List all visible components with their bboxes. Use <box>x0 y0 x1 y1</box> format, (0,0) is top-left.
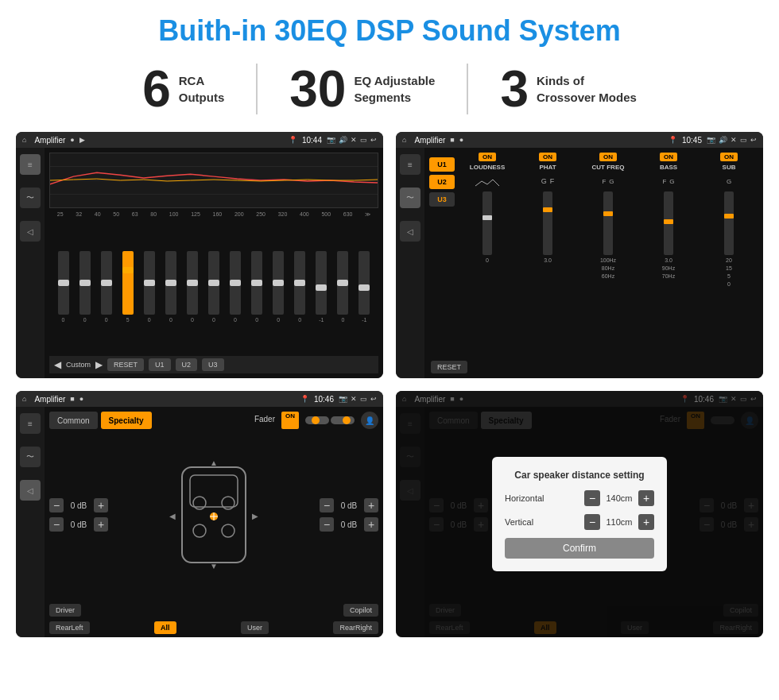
page-title: Buith-in 30EQ DSP Sound System <box>0 0 779 56</box>
crossover-sidebar-wave[interactable]: 〜 <box>400 188 421 208</box>
eq-u2-btn[interactable]: U2 <box>176 358 198 371</box>
eq-slider-10[interactable]: 0 <box>251 251 262 323</box>
horizontal-control: − 140cm + <box>584 490 654 506</box>
loudness-label: LOUDNESS <box>470 164 505 171</box>
crossover-reset-btn[interactable]: RESET <box>431 361 467 373</box>
bass-slider[interactable] <box>664 191 673 255</box>
eq-main-panel: 2532405063 80100125160200 25032040050063… <box>45 148 383 378</box>
fader-dot2: ● <box>79 395 83 403</box>
fader-bottom-buttons-2: RearLeft All User RearRight <box>45 620 383 637</box>
vertical-plus-btn[interactable]: + <box>638 514 654 530</box>
u2-preset-btn[interactable]: U2 <box>429 175 455 189</box>
user-btn[interactable]: User <box>241 621 269 634</box>
vol-plus-2[interactable]: + <box>94 517 108 532</box>
horizontal-minus-btn[interactable]: − <box>584 490 600 506</box>
fader-status-bar: ⌂ Amplifier ■ ● 📍 10:46 📷✕▭↩ <box>16 391 383 407</box>
eq-slider-12[interactable]: 0 <box>294 251 305 323</box>
fader-screen-card: ⌂ Amplifier ■ ● 📍 10:46 📷✕▭↩ ≡ 〜 ◁ Commo… <box>16 391 383 637</box>
crossover-home-icon[interactable]: ⌂ <box>402 136 406 144</box>
copilot-btn[interactable]: Copilot <box>343 604 378 617</box>
stat-rca: 6 RCAOutputs <box>110 64 258 114</box>
horizontal-plus-btn[interactable]: + <box>638 490 654 506</box>
common-tab[interactable]: Common <box>49 412 98 429</box>
loudness-slider[interactable] <box>483 191 492 255</box>
eq-slider-14[interactable]: 0 <box>337 251 348 323</box>
eq-slider-15[interactable]: -1 <box>358 251 370 323</box>
eq-slider-4[interactable]: 5 <box>122 251 134 323</box>
fader-bottom-buttons: Driver Copilot <box>45 601 383 620</box>
all-btn[interactable]: All <box>154 621 176 634</box>
eq-slider-7[interactable]: 0 <box>187 251 198 323</box>
phat-slider[interactable] <box>543 191 552 255</box>
eq-slider-1[interactable]: 0 <box>58 251 69 323</box>
fader-time: 10:46 <box>314 395 334 404</box>
crossover-sidebar-eq[interactable]: ≡ <box>400 154 421 175</box>
confirm-btn[interactable]: Confirm <box>505 538 654 559</box>
eq-u3-btn[interactable]: U3 <box>202 358 224 371</box>
eq-slider-11[interactable]: 0 <box>273 251 284 323</box>
vol-minus-1[interactable]: − <box>49 498 64 512</box>
u3-preset-btn[interactable]: U3 <box>429 192 455 207</box>
rearright-btn[interactable]: RearRight <box>333 621 378 634</box>
specialty-tab[interactable]: Specialty <box>101 412 152 429</box>
distance-screen-card: ⌂ Amplifier ■ ● 📍 10:46 📷✕▭↩ ≡ 〜 ◁ Commo… <box>396 391 763 637</box>
stats-row: 6 RCAOutputs 30 EQ AdjustableSegments 3 … <box>0 56 779 126</box>
fader-left-sidebar: ≡ 〜 ◁ <box>16 407 45 637</box>
crossover-status-bar: ⌂ Amplifier ■ ● 📍 10:45 📷🔊✕▭↩ <box>396 132 763 148</box>
fader-sidebar-vol[interactable]: ◁ <box>20 480 41 501</box>
eq-prev-btn[interactable]: ◀ <box>54 359 61 370</box>
eq-content: ≡ 〜 ◁ <box>16 148 383 378</box>
stat-text-rca: RCAOutputs <box>179 72 225 106</box>
cutfreq-slider[interactable] <box>603 191 613 255</box>
driver-btn[interactable]: Driver <box>49 604 81 617</box>
stat-text-crossover: Kinds ofCrossover Modes <box>537 72 637 106</box>
eq-reset-btn[interactable]: RESET <box>107 358 144 371</box>
fader-sidebar-wave[interactable]: 〜 <box>20 447 41 467</box>
eq-next-btn[interactable]: ▶ <box>95 359 103 370</box>
fader-label: Fader <box>251 412 278 429</box>
ctrl-bass: ON BASS F G 3.0 90Hz 70Hz <box>639 153 698 373</box>
eq-slider-8[interactable]: 0 <box>208 251 219 323</box>
crossover-sidebar-vol[interactable]: ◁ <box>400 221 421 242</box>
stat-crossover: 3 Kinds ofCrossover Modes <box>468 64 668 114</box>
fader-on-badge: ON <box>281 412 299 429</box>
fader-sidebar-eq[interactable]: ≡ <box>20 413 41 434</box>
vol-plus-1[interactable]: + <box>94 498 108 512</box>
home-icon[interactable]: ⌂ <box>22 136 26 144</box>
fader-body: − 0 dB + − 0 dB + <box>45 429 383 601</box>
eq-u1-btn[interactable]: U1 <box>149 358 171 371</box>
settings-icon[interactable]: 👤 <box>361 412 378 429</box>
eq-slider-6[interactable]: 0 <box>165 251 176 323</box>
crossover-dot1: ■ <box>450 136 454 144</box>
dialog-overlay: Car speaker distance setting Horizontal … <box>396 391 763 637</box>
vol-minus-3[interactable]: − <box>320 498 334 512</box>
eq-sidebar-icon-vol[interactable]: ◁ <box>20 221 41 242</box>
sub-slider[interactable] <box>724 191 734 255</box>
svg-text:▼: ▼ <box>210 562 218 570</box>
crossover-location-icon: 📍 <box>669 136 677 144</box>
ctrl-loudness: ON LOUDNESS 0 <box>458 153 517 373</box>
vertical-minus-btn[interactable]: − <box>584 514 600 530</box>
vol-minus-4[interactable]: − <box>320 517 334 532</box>
vol-minus-2[interactable]: − <box>49 517 64 532</box>
horizontal-row: Horizontal − 140cm + <box>505 490 654 506</box>
eq-sidebar-icon-wave[interactable]: 〜 <box>20 188 41 208</box>
eq-slider-5[interactable]: 0 <box>144 251 155 323</box>
fader-home-icon[interactable]: ⌂ <box>22 395 26 403</box>
eq-sliders-container: 0 0 0 5 0 <box>49 221 378 353</box>
u1-preset-btn[interactable]: U1 <box>429 157 455 172</box>
on-phat: ON <box>539 153 556 161</box>
eq-slider-2[interactable]: 0 <box>79 251 91 323</box>
ctrl-sub: ON SUB G 20 15 5 0 <box>700 153 758 373</box>
fader-title: Amplifier <box>34 395 65 404</box>
eq-slider-3[interactable]: 0 <box>101 251 112 323</box>
fader-main-panel: Common Specialty Fader ON <box>45 407 383 637</box>
vol-plus-3[interactable]: + <box>364 498 378 512</box>
eq-slider-13[interactable]: -1 <box>316 251 327 323</box>
vol-row-4: − 0 dB + <box>320 517 378 532</box>
eq-sidebar-icon-eq[interactable]: ≡ <box>20 154 41 175</box>
vol-plus-4[interactable]: + <box>364 517 378 532</box>
eq-slider-9[interactable]: 0 <box>230 251 241 323</box>
bass-val: 3.0 <box>665 257 672 263</box>
rearleft-btn[interactable]: RearLeft <box>49 621 90 634</box>
